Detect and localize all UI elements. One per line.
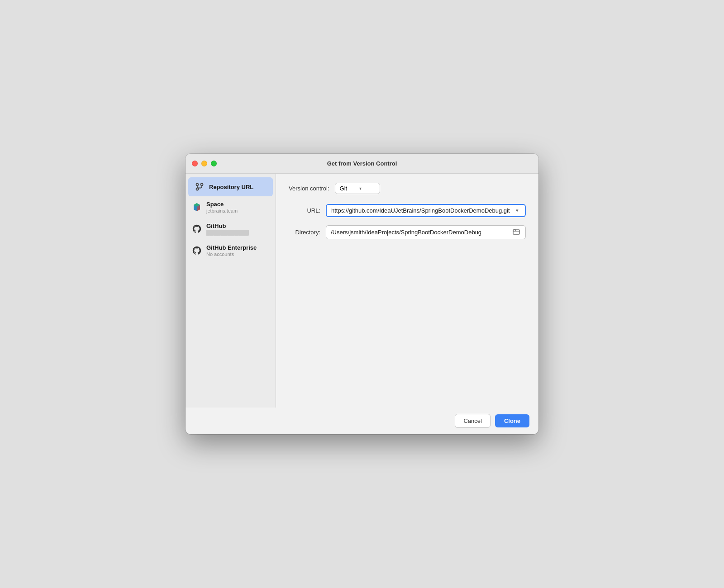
- cancel-button[interactable]: Cancel: [455, 414, 490, 428]
- traffic-lights: [192, 161, 217, 166]
- titlebar: Get from Version Control: [186, 154, 538, 174]
- maximize-button[interactable]: [211, 161, 217, 166]
- sidebar-item-github-enterprise[interactable]: GitHub Enterprise No accounts: [186, 240, 276, 261]
- main-content: Version control: Git ▾ URL: ▾ Directory:: [276, 174, 538, 408]
- url-input-container: ▾: [326, 204, 526, 217]
- dialog-footer: Cancel Clone: [186, 408, 538, 434]
- sidebar-item-repository-url[interactable]: Repository URL: [188, 177, 273, 196]
- sidebar-item-github-enterprise-label: GitHub Enterprise: [206, 244, 257, 251]
- url-input[interactable]: [331, 207, 514, 214]
- dialog-body: Repository URL: [186, 174, 538, 408]
- clone-button[interactable]: Clone: [495, 414, 529, 427]
- minimize-button[interactable]: [201, 161, 207, 166]
- github-enterprise-icon: [192, 246, 202, 256]
- directory-input[interactable]: [331, 229, 512, 236]
- directory-label: Directory:: [289, 229, 320, 236]
- close-button[interactable]: [192, 161, 198, 166]
- svg-point-0: [196, 184, 199, 186]
- github-icon: [192, 224, 202, 234]
- get-from-vcs-dialog: Get from Version Control Repository URL: [186, 154, 538, 434]
- url-label: URL:: [289, 207, 320, 214]
- sidebar-item-repository-url-label: Repository URL: [209, 184, 253, 190]
- repository-url-text: Repository URL: [209, 184, 253, 190]
- url-dropdown-button[interactable]: ▾: [514, 208, 520, 213]
- sidebar-item-github[interactable]: GitHub ████████████: [186, 218, 276, 240]
- sidebar-item-github-enterprise-subtitle: No accounts: [206, 251, 257, 257]
- github-enterprise-text: GitHub Enterprise No accounts: [206, 244, 257, 257]
- sidebar-item-space[interactable]: Space jetbrains.team: [186, 196, 276, 218]
- version-control-value: Git: [340, 185, 356, 192]
- version-control-row: Version control: Git ▾: [289, 183, 526, 194]
- directory-row: Directory:: [289, 225, 526, 239]
- url-row: URL: ▾: [289, 204, 526, 217]
- vcs-icon: [195, 182, 205, 192]
- dialog-title: Get from Version Control: [327, 160, 397, 167]
- space-icon: [192, 202, 202, 212]
- space-text: Space jetbrains.team: [206, 201, 238, 213]
- svg-rect-3: [513, 230, 519, 234]
- github-text: GitHub ████████████: [206, 223, 249, 235]
- sidebar: Repository URL: [186, 174, 276, 408]
- sidebar-item-github-label: GitHub: [206, 223, 249, 229]
- directory-input-container: [326, 225, 526, 239]
- browse-directory-button[interactable]: [512, 228, 521, 237]
- sidebar-item-github-subtitle: ████████████: [206, 230, 249, 235]
- sidebar-item-space-label: Space: [206, 201, 238, 208]
- chevron-down-icon: ▾: [359, 186, 375, 191]
- svg-point-1: [201, 184, 203, 186]
- version-control-label: Version control:: [289, 185, 329, 192]
- sidebar-item-space-subtitle: jetbrains.team: [206, 208, 238, 213]
- version-control-dropdown[interactable]: Git ▾: [335, 183, 380, 194]
